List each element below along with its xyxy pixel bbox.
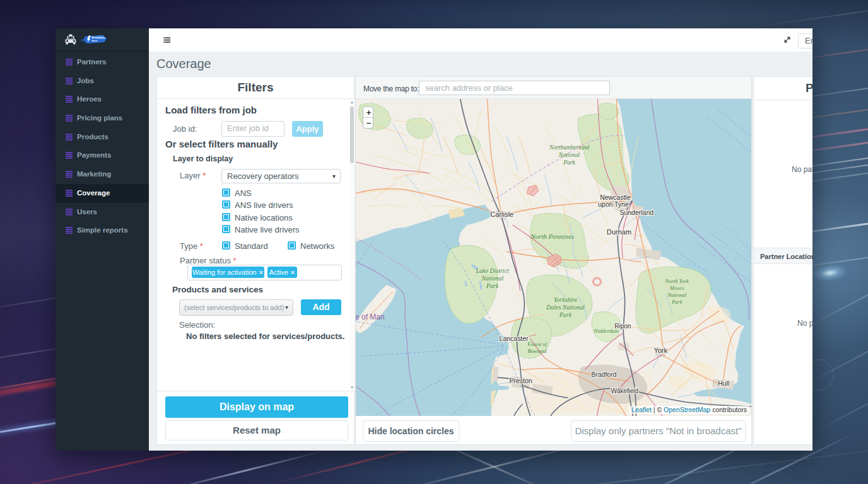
- svg-text:Park: Park: [563, 159, 575, 166]
- svg-text:Forest of: Forest of: [527, 341, 548, 347]
- svg-text:Sunderland: Sunderland: [619, 209, 654, 216]
- svg-text:e of Man: e of Man: [356, 313, 385, 321]
- svg-text:Lancaster: Lancaster: [500, 335, 529, 342]
- svg-text:Park: Park: [671, 299, 683, 305]
- svg-text:Park: Park: [559, 311, 572, 318]
- svg-text:Northumberland: Northumberland: [549, 144, 589, 151]
- svg-text:National: National: [481, 275, 503, 282]
- svg-text:Durham: Durham: [607, 228, 631, 236]
- svg-text:Preston: Preston: [510, 377, 532, 384]
- svg-text:Dales National: Dales National: [546, 304, 585, 311]
- svg-text:Newcastle: Newcastle: [600, 194, 630, 201]
- svg-text:Hero: Hero: [92, 39, 98, 42]
- svg-text:upon Tyne: upon Tyne: [598, 201, 629, 208]
- svg-text:Carlisle: Carlisle: [490, 210, 513, 218]
- svg-text:Yorkshire: Yorkshire: [554, 296, 578, 303]
- svg-text:Moors: Moors: [669, 285, 684, 291]
- svg-text:North York: North York: [665, 278, 689, 284]
- svg-text:National: National: [667, 292, 686, 298]
- svg-text:Park: Park: [486, 282, 499, 289]
- svg-text:North Pennines: North Pennines: [530, 233, 574, 240]
- svg-text:Bradford: Bradford: [591, 371, 616, 378]
- svg-text:Bowland: Bowland: [527, 348, 547, 354]
- svg-text:Lake District: Lake District: [475, 267, 509, 274]
- svg-text:National: National: [558, 152, 580, 158]
- svg-text:Nidderdale: Nidderdale: [593, 328, 619, 334]
- svg-text:Hull: Hull: [718, 380, 729, 387]
- svg-text:York: York: [654, 347, 667, 354]
- svg-text:Wakefield: Wakefield: [611, 388, 638, 395]
